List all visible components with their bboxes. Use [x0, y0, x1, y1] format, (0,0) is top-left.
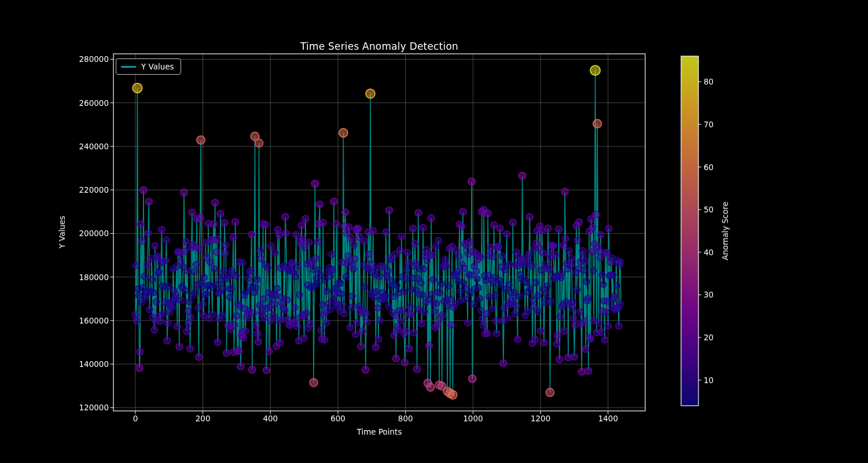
y-tick-label: 180000	[58, 272, 109, 282]
figure: Time Series Anomaly Detection Time Point…	[0, 0, 868, 463]
y-tick-label: 200000	[58, 228, 109, 238]
x-tick-label: 0	[117, 413, 154, 424]
y-tick-label: 220000	[58, 185, 109, 195]
legend: Y Values	[116, 58, 181, 75]
y-tick-label: 280000	[58, 54, 109, 64]
colorbar-tick-label: 80	[704, 76, 729, 87]
x-tick-label: 200	[185, 413, 222, 424]
colorbar-tick-label: 70	[704, 119, 729, 130]
x-tick-label: 400	[252, 413, 289, 424]
colorbar-tick-label: 10	[704, 375, 729, 385]
x-tick-label: 1400	[590, 413, 627, 424]
colorbar-tick-label: 40	[704, 247, 729, 258]
y-tick-label: 160000	[58, 315, 109, 326]
x-tick-label: 600	[319, 413, 356, 424]
x-tick-label: 1200	[522, 413, 559, 424]
x-tick-label: 1000	[454, 413, 491, 424]
legend-line-sample-icon	[121, 66, 136, 68]
y-tick-label: 140000	[58, 359, 109, 369]
colorbar-tick-label: 60	[704, 162, 729, 172]
y-tick-label: 120000	[58, 402, 109, 413]
colorbar-tick-label: 20	[704, 332, 729, 343]
colorbar-tick-label: 30	[704, 289, 729, 300]
y-tick-label: 260000	[58, 98, 109, 108]
x-tick-label: 800	[387, 413, 424, 424]
legend-label: Y Values	[141, 62, 174, 71]
chart-title: Time Series Anomaly Detection	[113, 41, 645, 52]
y-tick-label: 240000	[58, 141, 109, 152]
x-axis-label: Time Points	[113, 427, 645, 436]
colorbar-tick-label: 50	[704, 204, 729, 215]
